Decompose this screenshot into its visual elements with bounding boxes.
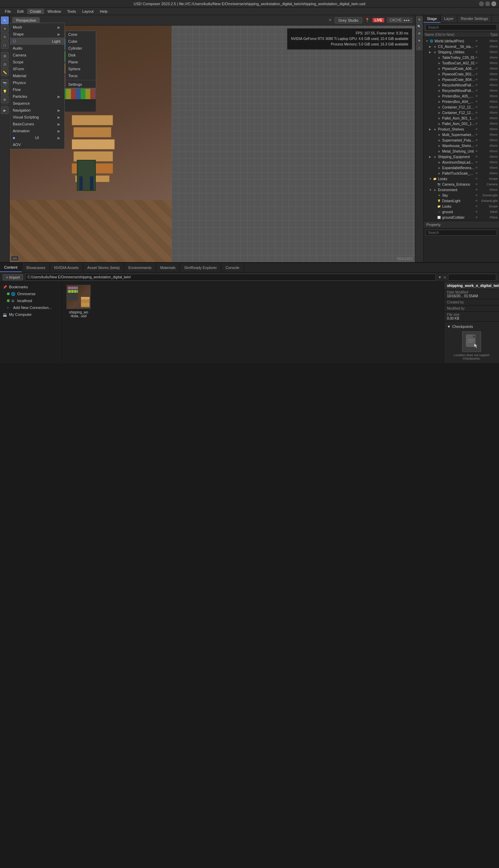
perspective-button[interactable]: Perspective — [12, 17, 40, 23]
tree-item-printers-a05[interactable]: ◈ PrintersBox_A05_23x28x25c 👁 Xform — [424, 93, 499, 99]
tree-item-cs-ascend[interactable]: ▶ ◈ CS_Ascend__Sit_stand_Worksta 👁 Xform — [424, 44, 499, 49]
tree-item-toolbox[interactable]: ◈ ToolBoxCart_A02_01 👁 Xform — [424, 60, 499, 66]
tree-item-potato-chips[interactable]: ◈ Supermarket_Potato_Chips_ 👁 Xform — [424, 137, 499, 143]
tree-item-shipping-equipment[interactable]: ▶ ◈ Shipping_Equipment 👁 Xform — [424, 154, 499, 159]
create-menu-material[interactable]: Material — [10, 72, 64, 79]
tree-item-container-2[interactable]: ◈ Container_F12_123x80x89cn 👁 Xform — [424, 110, 499, 115]
tree-item-sky[interactable]: ☀ Sky 👁 DomeLight — [424, 193, 499, 198]
shape-cone[interactable]: Cone — [65, 31, 96, 38]
shape-cylinder[interactable]: Cylinder — [65, 45, 96, 52]
tree-item-pallet-d01[interactable]: ◈ Pallet_Asm_D01_115x136x1C 👁 Xform — [424, 121, 499, 126]
tree-item-world[interactable]: ▼ 🌐 World (defaultPrim) 👁 Xform — [424, 38, 499, 44]
content-tab-environments[interactable]: Environments — [124, 263, 156, 272]
create-menu-shape[interactable]: Shape ▶ — [10, 31, 64, 38]
tree-item-recycled-1[interactable]: ◈ RecycledWoodPallet_A02_PR 👁 Xform — [424, 82, 499, 88]
sort-icon[interactable]: ≡ — [444, 275, 446, 279]
tree-item-pallet-b01[interactable]: ◈ Pallet_Asm_B01_133x112x47 👁 Xform — [424, 115, 499, 121]
content-tab-asset-stores[interactable]: Asset Stores (beta) — [83, 263, 124, 272]
shape-settings[interactable]: Settings — [65, 81, 96, 88]
tree-item-metal-shelf[interactable]: ◈ Metal_Shelving_Unit 👁 Xform — [424, 148, 499, 154]
create-menu-aov[interactable]: AOV — [10, 141, 64, 148]
tree-item-pallet-truck[interactable]: ◈ PalletTruckScale_A01_PR_NV 👁 Xform — [424, 170, 499, 176]
shape-cube[interactable]: Cube — [65, 38, 96, 45]
menu-help[interactable]: Help — [97, 9, 111, 14]
create-menu-animation[interactable]: Animation ▶ — [10, 127, 64, 134]
tree-item-warehouse-shelf[interactable]: ◈ Warehouse_Shelving_Unit 👁 Xform — [424, 143, 499, 148]
asset-thumbnail[interactable]: shipping_wo rksta...usd — [65, 285, 92, 318]
tree-item-plywood-b04[interactable]: ◈ PlywoodCrate_B04_200x100 👁 Xform — [424, 77, 499, 82]
import-button[interactable]: + Import — [3, 274, 23, 280]
tree-item-step-ladder[interactable]: ◈ AluminumStepLadder_D03_1 👁 Xform — [424, 159, 499, 165]
toolbar-grid-btn[interactable]: ⊟ — [1, 60, 9, 68]
content-tree-omniverse[interactable]: 🌐 Omniverse — [0, 290, 62, 297]
create-menu-camera[interactable]: Camera — [10, 52, 64, 59]
menu-file[interactable]: File — [2, 9, 14, 14]
toolbar-scale-btn[interactable]: ⬡ — [1, 41, 9, 49]
mid-btn-3[interactable]: ⊞ — [416, 30, 422, 37]
create-menu-physics[interactable]: Physics — [10, 79, 64, 86]
tree-item-ground-collider[interactable]: ⬜ groundCollider 👁 Plane — [424, 215, 499, 220]
maximize-button[interactable]: □ — [485, 1, 490, 6]
create-menu-light[interactable]: ⬡ Light — [10, 38, 64, 45]
content-tree-my-computer[interactable]: 💻 My Computer — [0, 311, 62, 318]
toolbar-play-btn[interactable]: ▶ — [1, 106, 9, 114]
menu-edit[interactable]: Edit — [14, 9, 27, 14]
tree-item-looks[interactable]: ▼ 📁 Looks 👁 Scope — [424, 176, 499, 182]
toolbar-light-btn[interactable]: 💡 — [1, 87, 9, 95]
tab-layer[interactable]: Layer — [441, 15, 458, 23]
create-menu-mesh[interactable]: Mesh ▶ — [10, 24, 64, 31]
tree-item-trolley[interactable]: ◈ TableTrolley_C05_01 👁 Xform — [424, 55, 499, 60]
shape-plane[interactable]: Plane — [65, 59, 96, 65]
content-tree-bookmarks[interactable]: 📌 Bookmarks — [0, 283, 62, 290]
tree-item-beverage-dolly[interactable]: ◈ ExpandableBeverageDollyCa 👁 Xform — [424, 165, 499, 170]
tree-item-plywood-a06[interactable]: ◈ PlywoodCrate_A06_120x12b 👁 Xform — [424, 66, 499, 71]
create-menu-sequence[interactable]: Sequence — [10, 100, 64, 107]
tree-item-plywood-b01[interactable]: ◈ PlywoodCrate_B01_100x100x 👁 Xform — [424, 71, 499, 77]
menu-tools[interactable]: Tools — [64, 9, 79, 14]
create-menu-navigation[interactable]: Navigation ▶ — [10, 107, 64, 114]
content-tab-materials[interactable]: Materials — [156, 263, 180, 272]
content-tab-simready[interactable]: SimReady Explorer — [180, 263, 221, 272]
tree-item-environment[interactable]: ▼ ◈ Environment 👁 Xform — [424, 187, 499, 193]
content-tab-content[interactable]: Content — [0, 263, 22, 272]
shape-torus[interactable]: Torus — [65, 72, 96, 79]
toolbar-snap-btn[interactable]: ⊞ — [1, 52, 9, 60]
mid-btn-4[interactable]: ◈ — [416, 37, 422, 43]
tab-stage[interactable]: Stage — [424, 15, 441, 23]
tree-item-ground[interactable]: ◻ ground 👁 Mesh — [424, 209, 499, 215]
filter-icon[interactable]: ▼ — [438, 275, 442, 279]
create-menu-particles[interactable]: Particles ▶ — [10, 93, 64, 100]
menu-window[interactable]: Window — [45, 9, 64, 14]
create-menu-visual-scripting[interactable]: Visual Scripting ▶ — [10, 114, 64, 121]
toolbar-rotate-btn[interactable]: ↻ — [1, 33, 9, 41]
tree-item-printers-a04[interactable]: ◈ PrintersBox_A04_22x28x20c 👁 Xform — [424, 99, 499, 104]
toolbar-move-btn[interactable]: ✦ — [1, 25, 9, 32]
create-menu-basiccurves[interactable]: BasicCurves ▶ — [10, 121, 64, 127]
tree-item-distant-light[interactable]: 💡 DistantLight 👁 DistantLight — [424, 198, 499, 204]
path-input[interactable] — [25, 274, 436, 281]
create-menu-flow[interactable]: Flow — [10, 86, 64, 93]
toolbar-camera-btn[interactable]: 📷 — [1, 79, 9, 87]
tree-item-container-1[interactable]: ◈ Container_F12_123x80x89cn 👁 Xform — [424, 104, 499, 110]
content-tab-showcases[interactable]: Showcases — [22, 263, 50, 272]
content-tree-add-connection[interactable]: + Add New Connection... — [0, 304, 62, 311]
stage-search-input[interactable] — [426, 24, 497, 30]
content-tree-localhost[interactable]: 🖥 localhost — [0, 297, 62, 304]
content-tab-console[interactable]: Console — [221, 263, 244, 272]
toolbar-select-btn[interactable]: ↖ — [1, 17, 9, 24]
toolbar-physics-btn[interactable]: ⚙ — [1, 96, 9, 103]
toolbar-measure-btn[interactable]: 📏 — [1, 69, 9, 76]
create-menu-scope[interactable]: Scope — [10, 59, 64, 65]
content-search-input[interactable] — [448, 274, 496, 281]
content-tab-nvidia[interactable]: NVIDIA Assets — [50, 263, 83, 272]
menu-create[interactable]: Create — [27, 9, 44, 14]
property-search-input[interactable] — [426, 230, 497, 236]
mid-btn-2[interactable]: 🔍 — [416, 23, 422, 30]
create-menu-audio[interactable]: Audio — [10, 45, 64, 52]
menu-layout[interactable]: Layout — [80, 9, 96, 14]
tree-item-camera-entrance[interactable]: 📷 Camera_Entrance 👁 Camera — [424, 182, 499, 187]
mid-btn-5[interactable]: △ — [416, 44, 422, 50]
studio-button[interactable]: Grey Studio — [335, 17, 362, 23]
create-menu-xform[interactable]: XForm — [10, 65, 64, 72]
close-button[interactable]: ✕ — [491, 1, 496, 6]
